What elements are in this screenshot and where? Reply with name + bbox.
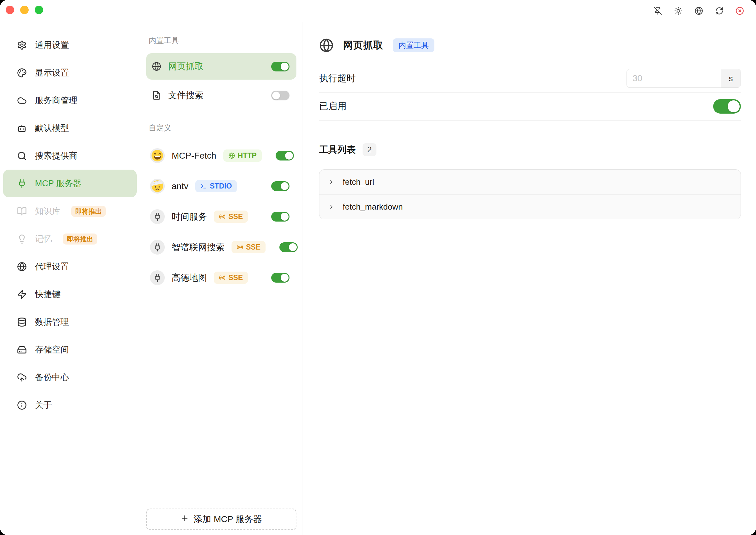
server-avatar bbox=[150, 270, 165, 285]
server-item-file-search[interactable]: 文件搜索 bbox=[146, 82, 296, 109]
coming-soon-badge: 即将推出 bbox=[63, 234, 97, 244]
server-item-amap[interactable]: 高德地图SSE bbox=[146, 263, 296, 293]
transport-label: STDIO bbox=[210, 183, 232, 190]
sidebar-item-knowledge-base[interactable]: 知识库即将推出 bbox=[3, 197, 137, 225]
sidebar-item-label: 数据管理 bbox=[35, 316, 69, 327]
info-icon bbox=[17, 400, 27, 410]
transport-badge-sse: SSE bbox=[231, 241, 265, 253]
traffic-light-minimize[interactable] bbox=[20, 6, 29, 14]
transport-label: SSE bbox=[246, 243, 260, 251]
search-icon bbox=[17, 151, 27, 161]
server-avatar bbox=[150, 240, 165, 255]
sidebar-item-label: 快捷键 bbox=[35, 289, 60, 300]
antv-toggle[interactable] bbox=[271, 181, 289, 191]
plus-icon bbox=[180, 514, 189, 524]
sidebar-item-provider-management[interactable]: 服务商管理 bbox=[3, 87, 137, 114]
file-search-toggle[interactable] bbox=[271, 91, 289, 100]
server-name: 时间服务 bbox=[172, 211, 207, 223]
sidebar-item-label: 显示设置 bbox=[35, 67, 69, 78]
enabled-toggle[interactable] bbox=[713, 99, 741, 114]
refresh-icon[interactable] bbox=[715, 7, 724, 15]
add-mcp-server-button[interactable]: 添加 MCP 服务器 bbox=[146, 509, 296, 530]
pin-off-icon[interactable] bbox=[653, 7, 662, 15]
close-window-icon[interactable] bbox=[736, 7, 744, 15]
sidebar-item-mcp-servers[interactable]: MCP 服务器 bbox=[3, 170, 137, 197]
settings-icon bbox=[17, 40, 27, 50]
server-name: 智谱联网搜索 bbox=[172, 241, 225, 253]
language-icon[interactable] bbox=[695, 7, 703, 15]
server-detail-panel: 网页抓取 内置工具 执行超时 s 已启用 工具列表 2 fetch_urlfet… bbox=[303, 22, 756, 535]
server-item-time-service[interactable]: 时间服务SSE bbox=[146, 201, 296, 232]
coming-soon-badge: 即将推出 bbox=[71, 206, 106, 217]
timeout-unit: s bbox=[721, 69, 741, 88]
cloud-upload-icon bbox=[17, 373, 27, 382]
section-label: 内置工具 bbox=[146, 36, 296, 46]
palette-icon bbox=[17, 68, 27, 78]
sidebar-item-storage-space[interactable]: 存储空间 bbox=[3, 336, 137, 363]
sidebar-item-label: MCP 服务器 bbox=[35, 178, 81, 189]
traffic-lights bbox=[6, 6, 43, 14]
transport-badge-stdio: STDIO bbox=[195, 180, 237, 192]
tool-row-fetch_url[interactable]: fetch_url bbox=[319, 170, 741, 194]
server-item-zhipu-web-search[interactable]: 智谱联网搜索SSE bbox=[146, 232, 296, 263]
server-name: 网页抓取 bbox=[168, 60, 203, 72]
chevron-right-icon bbox=[328, 179, 335, 185]
sidebar-item-search-providers[interactable]: 搜索提供商 bbox=[3, 142, 137, 170]
enabled-row: 已启用 bbox=[319, 93, 741, 120]
time-service-toggle[interactable] bbox=[271, 212, 289, 222]
mcp-fetch-toggle[interactable] bbox=[276, 151, 294, 160]
sidebar-item-default-models[interactable]: 默认模型 bbox=[3, 114, 137, 142]
enabled-label: 已启用 bbox=[319, 100, 713, 113]
server-item-web-scraping[interactable]: 网页抓取 bbox=[146, 53, 296, 80]
sidebar-item-label: 代理设置 bbox=[35, 261, 69, 272]
globe-icon bbox=[17, 262, 27, 271]
theme-icon[interactable] bbox=[674, 7, 682, 15]
sidebar-item-backup-center[interactable]: 备份中心 bbox=[3, 363, 137, 391]
sidebar-item-memory[interactable]: 记忆即将推出 bbox=[3, 225, 137, 253]
sidebar-item-shortcuts[interactable]: 快捷键 bbox=[3, 280, 137, 308]
transport-label: SSE bbox=[228, 274, 243, 281]
server-name: MCP-Fetch bbox=[172, 151, 216, 161]
section-divider bbox=[148, 115, 294, 115]
bot-icon bbox=[17, 123, 27, 133]
sidebar-item-display-settings[interactable]: 显示设置 bbox=[3, 59, 137, 87]
transport-label: HTTP bbox=[238, 152, 257, 159]
tool-row-fetch_markdown[interactable]: fetch_markdown bbox=[319, 194, 741, 219]
transport-badge-sse: SSE bbox=[214, 271, 248, 284]
server-name: antv bbox=[172, 181, 188, 191]
sidebar-item-label: 存储空间 bbox=[35, 344, 69, 355]
server-name: 高德地图 bbox=[172, 272, 207, 284]
amap-toggle[interactable] bbox=[271, 273, 289, 283]
zhipu-web-search-toggle[interactable] bbox=[279, 242, 298, 252]
timeout-input[interactable] bbox=[627, 69, 721, 88]
app-window: 通用设置显示设置服务商管理默认模型搜索提供商MCP 服务器知识库即将推出记忆即将… bbox=[0, 0, 756, 535]
globe-icon bbox=[152, 62, 161, 71]
traffic-light-zoom[interactable] bbox=[35, 6, 43, 14]
cloud-icon bbox=[17, 96, 27, 105]
sidebar-item-about[interactable]: 关于 bbox=[3, 391, 137, 419]
server-item-mcp-fetch[interactable]: MCP-FetchHTTP bbox=[146, 140, 296, 171]
server-item-antv[interactable]: antvSTDIO bbox=[146, 171, 296, 201]
sidebar-item-label: 通用设置 bbox=[35, 39, 69, 51]
database-icon bbox=[17, 317, 27, 327]
book-icon bbox=[17, 207, 27, 216]
traffic-light-close[interactable] bbox=[6, 6, 14, 14]
file-search-icon bbox=[152, 91, 161, 100]
titlebar-actions bbox=[653, 7, 744, 15]
transport-badge-sse: SSE bbox=[214, 211, 248, 223]
web-scraping-toggle[interactable] bbox=[271, 62, 289, 71]
tool-list-title: 工具列表 bbox=[319, 144, 356, 156]
transport-label: SSE bbox=[228, 213, 243, 220]
detail-title: 网页抓取 bbox=[343, 39, 383, 52]
sidebar-item-general-settings[interactable]: 通用设置 bbox=[3, 31, 137, 59]
sidebar-item-data-management[interactable]: 数据管理 bbox=[3, 308, 137, 336]
divider bbox=[319, 120, 741, 121]
titlebar bbox=[0, 0, 756, 22]
sidebar-item-label: 服务商管理 bbox=[35, 95, 77, 106]
sidebar-item-label: 默认模型 bbox=[35, 123, 69, 134]
detail-header: 网页抓取 内置工具 bbox=[319, 38, 741, 53]
server-avatar bbox=[150, 209, 165, 224]
sidebar-item-proxy-settings[interactable]: 代理设置 bbox=[3, 253, 137, 280]
section-label: 自定义 bbox=[146, 123, 296, 133]
tool-list: fetch_urlfetch_markdown bbox=[319, 169, 741, 219]
